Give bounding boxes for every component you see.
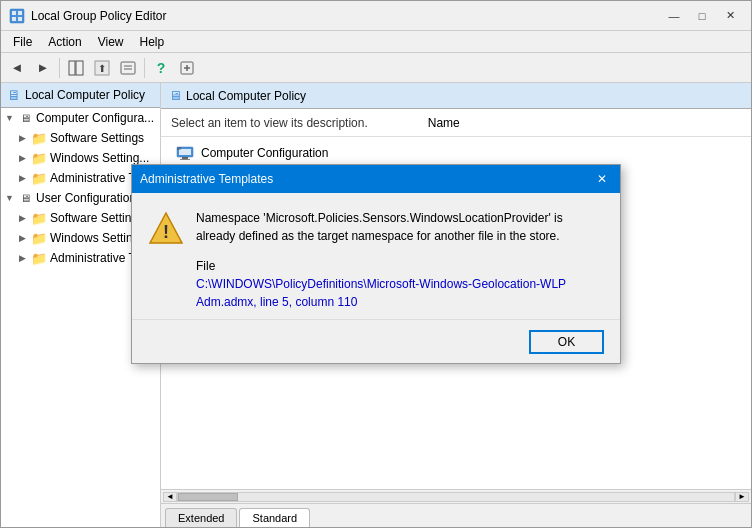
modal-close-button[interactable]: ✕ <box>592 170 612 188</box>
modal-title-bar: Administrative Templates ✕ <box>132 165 620 193</box>
ok-button[interactable]: OK <box>529 330 604 354</box>
modal-footer: OK <box>132 319 620 363</box>
svg-text:!: ! <box>163 222 169 242</box>
warning-icon: ! <box>148 211 184 247</box>
modal-file-label: File <box>196 257 604 275</box>
modal-message: Namespace 'Microsoft.Policies.Sensors.Wi… <box>196 209 604 245</box>
modal-overlay: Administrative Templates ✕ ! Namespace '… <box>1 1 751 527</box>
modal-title: Administrative Templates <box>140 172 273 186</box>
modal-file-path: C:\WINDOWS\PolicyDefinitions\Microsoft-W… <box>196 275 604 311</box>
modal-file-section: File C:\WINDOWS\PolicyDefinitions\Micros… <box>196 257 604 311</box>
modal-text-content: Namespace 'Microsoft.Policies.Sensors.Wi… <box>196 209 604 311</box>
modal-dialog: Administrative Templates ✕ ! Namespace '… <box>131 164 621 364</box>
modal-body: ! Namespace 'Microsoft.Policies.Sensors.… <box>132 193 620 319</box>
